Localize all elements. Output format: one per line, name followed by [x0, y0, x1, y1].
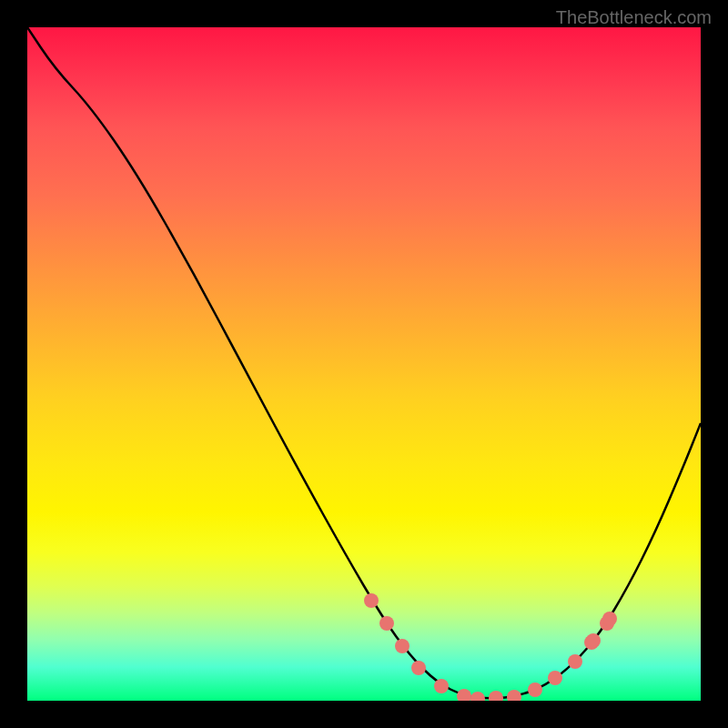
data-point: [548, 671, 562, 685]
bottleneck-curve: [27, 27, 701, 701]
data-point: [507, 690, 521, 701]
data-point: [379, 616, 394, 631]
curve-line: [27, 27, 701, 698]
data-point: [364, 593, 379, 608]
data-point: [411, 661, 426, 675]
curve-dots: [364, 593, 617, 701]
data-point: [586, 633, 601, 648]
data-point: [434, 679, 449, 693]
chart-container: [27, 27, 701, 701]
data-point: [489, 691, 503, 701]
data-point: [602, 612, 617, 626]
data-point: [395, 639, 410, 653]
data-point: [528, 682, 542, 697]
data-point: [470, 692, 485, 701]
watermark-text: TheBottleneck.com: [556, 7, 712, 28]
data-point: [568, 654, 582, 669]
data-point: [457, 689, 471, 701]
